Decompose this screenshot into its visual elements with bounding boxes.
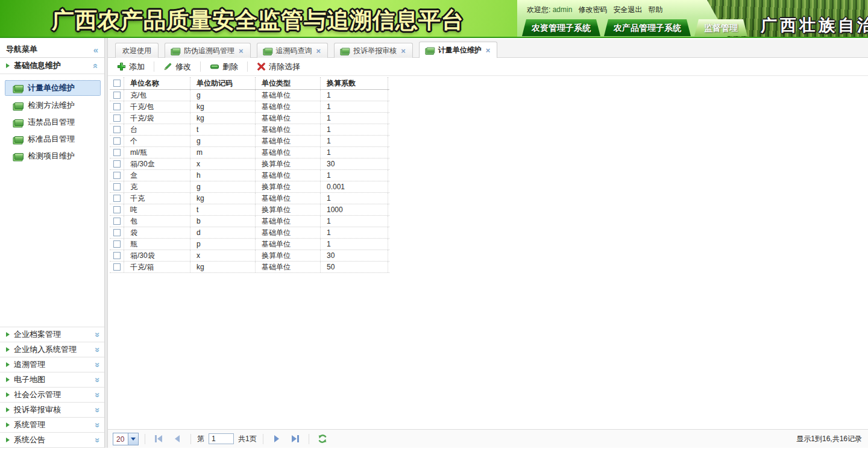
close-icon[interactable]: × <box>401 47 406 55</box>
table-row[interactable]: 吨 t 换算单位 1000 <box>110 204 389 216</box>
toolbar-separator <box>247 61 248 72</box>
column-header-factor[interactable]: 换算系数 <box>321 77 388 89</box>
tab-label: 欢迎使用 <box>122 46 151 56</box>
chevron-double-down-icon[interactable]: « <box>90 362 101 367</box>
row-checkbox[interactable] <box>113 252 121 259</box>
help-link[interactable]: 帮助 <box>648 5 662 15</box>
table-row[interactable]: ml/瓶 m 基础单位 1 <box>110 147 389 159</box>
table-row[interactable]: 箱/30盒 x 换算单位 30 <box>110 159 389 170</box>
page-number-input[interactable] <box>209 433 234 444</box>
table-row[interactable]: 箱/30袋 x 换算单位 30 <box>110 250 389 262</box>
system-tab-agri-materials[interactable]: 农资管理子系统 <box>522 19 600 36</box>
chevron-double-down-icon[interactable]: « <box>90 422 101 427</box>
column-header-unit-code[interactable]: 单位助记码 <box>190 77 256 89</box>
select-all-checkbox[interactable] <box>113 80 121 87</box>
table-row[interactable]: 包 b 基础单位 1 <box>110 216 389 227</box>
row-check-cell <box>110 147 124 158</box>
row-check-cell <box>110 90 124 101</box>
sidebar-section[interactable]: 社会公示管理 « <box>0 387 104 402</box>
row-checkbox[interactable] <box>113 240 121 248</box>
cell-factor: 1 <box>321 147 388 158</box>
sidebar-item-standard-items[interactable]: 标准品目管理 <box>0 131 104 148</box>
table-row[interactable]: 千克 kg 基础单位 1 <box>110 193 389 204</box>
row-checkbox[interactable] <box>113 183 121 190</box>
first-page-button[interactable] <box>151 432 166 445</box>
collapse-sidebar-icon[interactable]: « <box>93 45 98 55</box>
change-password-link[interactable]: 修改密码 <box>578 5 607 15</box>
tab-welcome[interactable]: 欢迎使用 <box>115 43 159 58</box>
cell-unit-type: 基础单位 <box>256 90 321 101</box>
sidebar-section[interactable]: 电子地图 « <box>0 372 104 387</box>
row-checkbox[interactable] <box>113 115 121 122</box>
tab-anti-fake-trace-code[interactable]: 防伪追溯码管理 × <box>165 43 251 58</box>
tab-trace-code-query[interactable]: 追溯码查询 × <box>257 43 329 58</box>
last-page-button[interactable] <box>288 432 303 445</box>
add-button[interactable]: 添加 <box>112 60 150 74</box>
sidebar-section[interactable]: 系统管理 « <box>0 417 104 432</box>
sidebar-item-test-method[interactable]: 检测方法维护 <box>0 97 104 114</box>
table-row[interactable]: 克/包 g 基础单位 1 <box>110 90 389 101</box>
table-row[interactable]: 千克/箱 kg 基础单位 50 <box>110 262 389 273</box>
sidebar-section-basic-info[interactable]: 基础信息维护 « <box>0 58 104 74</box>
close-icon[interactable]: × <box>486 46 491 54</box>
clear-selection-button[interactable]: 清除选择 <box>251 60 306 74</box>
chevron-double-down-icon[interactable]: « <box>90 392 101 397</box>
row-checkbox[interactable] <box>113 206 121 213</box>
chevron-double-down-icon[interactable]: « <box>90 438 101 442</box>
table-row[interactable]: 个 g 基础单位 1 <box>110 136 389 147</box>
next-page-button[interactable] <box>269 432 284 445</box>
sidebar-item-banned-items[interactable]: 违禁品目管理 <box>0 114 104 131</box>
close-icon[interactable]: × <box>239 47 244 55</box>
row-checkbox[interactable] <box>113 137 121 145</box>
refresh-button[interactable] <box>315 432 330 445</box>
dropdown-button[interactable] <box>128 433 138 445</box>
sidebar-item-unit-maintenance[interactable]: 计量单位维护 <box>5 80 101 96</box>
close-icon[interactable]: × <box>316 47 321 55</box>
table-row[interactable]: 袋 d 基础单位 1 <box>110 227 389 239</box>
page-size-select[interactable]: 20 <box>113 433 139 445</box>
record-count-status: 显示1到16,共16记录 <box>796 434 863 444</box>
triangle-icon <box>6 362 10 367</box>
table-row[interactable]: 盒 h 基础单位 1 <box>110 170 389 181</box>
column-header-unit-type[interactable]: 单位类型 <box>256 77 321 89</box>
chevron-double-down-icon[interactable]: « <box>90 332 101 337</box>
cell-factor: 1 <box>321 124 388 135</box>
row-checkbox[interactable] <box>113 92 121 99</box>
row-checkbox[interactable] <box>113 195 121 202</box>
table-row[interactable]: 台 t 基础单位 1 <box>110 124 389 136</box>
row-checkbox[interactable] <box>113 172 121 179</box>
edit-button[interactable]: 修改 <box>158 60 197 74</box>
sidebar-section[interactable]: 追溯管理 « <box>0 357 104 372</box>
row-checkbox[interactable] <box>113 126 121 133</box>
sidebar-section[interactable]: 投诉举报审核 « <box>0 402 104 417</box>
sidebar-item-test-project[interactable]: 检测项目维护 <box>0 148 104 165</box>
system-tab-supervision[interactable]: 监督管理 <box>694 19 747 36</box>
row-checkbox[interactable] <box>113 103 121 110</box>
row-checkbox[interactable] <box>113 149 121 156</box>
chevron-double-down-icon[interactable]: « <box>90 377 101 382</box>
table-row[interactable]: 瓶 p 基础单位 1 <box>110 239 389 250</box>
delete-button[interactable]: 删除 <box>204 60 244 74</box>
chevron-double-down-icon[interactable]: « <box>90 407 101 412</box>
table-row[interactable]: 克 g 换算单位 0.001 <box>110 181 389 193</box>
cell-unit-type: 基础单位 <box>256 101 321 112</box>
row-checkbox[interactable] <box>113 229 121 236</box>
chevron-double-down-icon[interactable]: « <box>90 347 101 352</box>
cell-unit-code: d <box>190 227 256 238</box>
tab-complaint-review[interactable]: 投诉举报审核 × <box>334 43 413 58</box>
sidebar-section[interactable]: 系统公告 « <box>0 432 104 447</box>
row-checkbox[interactable] <box>113 263 121 271</box>
table-row[interactable]: 千克/包 kg 基础单位 1 <box>110 101 389 113</box>
logout-link[interactable]: 安全退出 <box>613 5 642 15</box>
sidebar-section[interactable]: 企业档案管理 « <box>0 327 104 342</box>
system-tab-agri-products[interactable]: 农产品管理子系统 <box>604 19 691 36</box>
chevron-double-up-icon[interactable]: « <box>90 63 101 68</box>
column-header-unit-name[interactable]: 单位名称 <box>124 77 190 89</box>
table-row[interactable]: 千克/袋 kg 基础单位 1 <box>110 113 389 124</box>
welcome-label: 欢迎您: admin <box>527 5 572 15</box>
tab-unit-maintenance[interactable]: 计量单位维护 × <box>419 42 498 58</box>
sidebar-section[interactable]: 企业纳入系统管理 « <box>0 342 104 357</box>
row-checkbox[interactable] <box>113 218 121 225</box>
row-checkbox[interactable] <box>113 160 121 168</box>
prev-page-button[interactable] <box>170 432 184 445</box>
